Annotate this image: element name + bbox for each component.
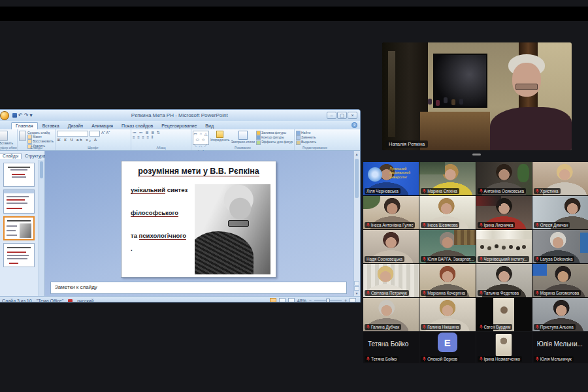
paste-icon[interactable] xyxy=(0,131,8,141)
shapes-gallery[interactable]: ▭ ○ △ ⬭ ☆⟍ ⌒ ⟋ ⇄ ✦ xyxy=(193,131,209,145)
participant-tile[interactable]: Христина xyxy=(532,162,588,195)
group-label-clipboard: Буфер обмена xyxy=(0,146,17,150)
participant-tile[interactable]: Юлія ВАРГА, Закарпат... xyxy=(419,230,475,263)
mic-muted-icon xyxy=(367,223,370,227)
find-button[interactable]: Найти xyxy=(296,131,334,135)
quick-styles-icon[interactable] xyxy=(238,131,248,140)
participant-tile[interactable]: Татьяна Федотова xyxy=(476,264,532,297)
align-icons[interactable]: ≡ ≡ ≡ ≡ ⫴ xyxy=(133,135,189,140)
slide-thumbnail-1[interactable] xyxy=(3,163,35,187)
participant-tile[interactable]: Приступа Альона xyxy=(532,298,588,331)
reset-button[interactable]: Восстановить xyxy=(27,139,54,144)
normal-view-button[interactable] xyxy=(270,298,276,302)
participant-tile[interactable]: Тетяна Бойко Тетяна Бойко xyxy=(363,332,419,363)
slide-thumbnail-4[interactable] xyxy=(3,243,35,267)
slide-portrait-photo xyxy=(195,184,270,274)
group-paragraph: ≔ ≕ ≣ ≣ ⇅ ≡ ≡ ≡ ≡ ⫴ Абзац xyxy=(131,129,191,150)
maximize-button[interactable]: ▢ xyxy=(337,112,347,119)
participant-tile[interactable]: Антоніна Осиковська xyxy=(476,162,532,195)
quick-access-toolbar[interactable]: ↶ ↷ ▾ xyxy=(12,113,32,118)
participant-tile[interactable]: Світлана Петричук xyxy=(363,264,419,297)
slides-panel-scrollbar[interactable] xyxy=(39,160,44,296)
tab-insert[interactable]: Вставка xyxy=(39,123,63,129)
participant-tile[interactable]: Larysa Didkovska xyxy=(532,230,588,263)
participant-tile[interactable]: E Олексій Верхов xyxy=(419,332,475,363)
mic-muted-icon xyxy=(536,257,539,261)
mic-muted-icon xyxy=(536,357,539,361)
layout-button[interactable]: Макет xyxy=(27,135,54,139)
tab-home[interactable]: Главная xyxy=(11,122,38,129)
current-slide[interactable]: розуміння мети у В.В. Рєпкіна унікальний… xyxy=(121,161,276,278)
tab-animation[interactable]: Анимация xyxy=(88,123,117,129)
replace-button[interactable]: Заменить xyxy=(296,135,334,140)
office-button-icon[interactable] xyxy=(0,111,9,120)
grow-shrink-font-icons[interactable]: Aˆ Aˇ xyxy=(101,131,110,135)
minimize-button[interactable]: – xyxy=(327,112,336,119)
participant-tile[interactable]: Чернівецький інститу... xyxy=(476,230,532,263)
close-button[interactable]: × xyxy=(348,112,357,119)
shape-outline-button[interactable]: Контур фигуры xyxy=(256,135,293,140)
save-icon[interactable] xyxy=(12,113,17,118)
select-button[interactable]: Выделить xyxy=(296,140,334,144)
participant-tile[interactable]: Луганський національний університет Ліля… xyxy=(363,162,419,195)
participant-tile[interactable]: Надя Сосневецька xyxy=(363,230,419,263)
zoom-slider[interactable] xyxy=(314,301,342,301)
participant-tile[interactable]: Інеса Антонівна Гуляс xyxy=(363,196,419,229)
redo-icon[interactable]: ↷ xyxy=(24,113,29,118)
tab-design[interactable]: Дизайн xyxy=(64,123,88,129)
participant-tile[interactable]: Марина Єпіхіна xyxy=(419,162,475,195)
participant-tile[interactable]: Інеса Шевякова xyxy=(419,196,475,229)
list-indent-icons[interactable]: ≔ ≕ ≣ ≣ ⇅ xyxy=(133,131,189,135)
editor-scrollbar[interactable]: ▲ ▼ xyxy=(353,151,360,296)
help-icon[interactable]: ? xyxy=(351,122,357,128)
zoom-in-icon[interactable]: + xyxy=(344,299,347,302)
slide-thumbnail-3-current[interactable] xyxy=(3,216,35,240)
zoom-out-icon[interactable]: − xyxy=(309,299,312,302)
tab-view[interactable]: Вид xyxy=(201,123,218,129)
previous-slide-button[interactable] xyxy=(354,281,359,286)
new-slide-icon[interactable] xyxy=(19,131,26,141)
ribbon: Вставить Буфер обмена Создать слайд Маке… xyxy=(0,129,360,151)
shape-effects-button[interactable]: Эффекты для фигур xyxy=(256,140,293,144)
tab-slideshow[interactable]: Показ слайдов xyxy=(118,123,157,129)
participant-tile[interactable]: Галина Дубчак xyxy=(363,298,419,331)
participant-name-label: Ліля Черновська xyxy=(365,188,400,194)
tab-slides-thumbnails[interactable]: Слайды xyxy=(0,153,22,159)
participant-name: Галина Нікішина xyxy=(427,325,459,329)
participant-tile[interactable]: Олеся Димчан xyxy=(532,196,588,229)
fit-to-window-button[interactable] xyxy=(350,298,356,302)
participant-tile[interactable]: Маріанна Кочергіна xyxy=(419,264,475,297)
participant-name-label: Антоніна Осиковська xyxy=(478,188,527,194)
participant-name-label: Larysa Didkovska xyxy=(534,256,575,262)
font-size-combobox[interactable] xyxy=(90,131,100,137)
arrange-icon[interactable] xyxy=(216,131,223,138)
font-name-combobox[interactable] xyxy=(57,131,88,137)
gallery-drag-handle[interactable] xyxy=(472,154,481,155)
shape-fill-button[interactable]: Заливка фигуры xyxy=(256,131,293,135)
slide-thumbnail-2[interactable] xyxy=(3,189,35,214)
participant-tile[interactable]: Марина Богомолова xyxy=(532,264,588,297)
slide-sorter-view-button[interactable] xyxy=(279,298,286,302)
participant-tile[interactable]: Ірина Нозматченко xyxy=(476,332,532,363)
status-bar: Слайд 3 из 10 "Тема Office" русский 48% … xyxy=(0,296,360,302)
paste-label[interactable]: Вставить xyxy=(0,141,16,145)
arrange-button[interactable]: Упорядочить xyxy=(210,138,230,142)
speaker-video-tile[interactable]: Наталія Рєпкіна xyxy=(382,42,572,150)
participant-tile[interactable]: Юлія Мельни... Юлія Мельничук xyxy=(532,332,588,363)
quick-styles-button[interactable]: Экспресс-стили xyxy=(231,140,255,144)
tab-review[interactable]: Рецензирование xyxy=(157,123,201,129)
bold-italic-underline-icons[interactable]: Ж К Ч ab x₂ A xyxy=(57,138,129,142)
participant-tile[interactable]: Галина Нікішина xyxy=(419,298,475,331)
spellcheck-icon[interactable] xyxy=(68,299,73,303)
participant-tile[interactable]: Ірина Лисничка xyxy=(476,196,532,229)
language-indicator[interactable]: русский xyxy=(77,299,93,302)
mic-muted-icon xyxy=(423,257,426,261)
group-label-slides: Слайды xyxy=(18,146,55,150)
notes-pane[interactable]: Заметки к слайду xyxy=(50,282,347,294)
photo-glasses xyxy=(228,220,249,227)
participant-tile[interactable]: Євген Бурдим xyxy=(476,298,532,331)
slideshow-view-button[interactable] xyxy=(288,298,295,302)
tab-outline[interactable]: Структура xyxy=(22,154,48,159)
next-slide-button[interactable] xyxy=(354,286,359,291)
undo-icon[interactable]: ↶ xyxy=(18,113,23,118)
